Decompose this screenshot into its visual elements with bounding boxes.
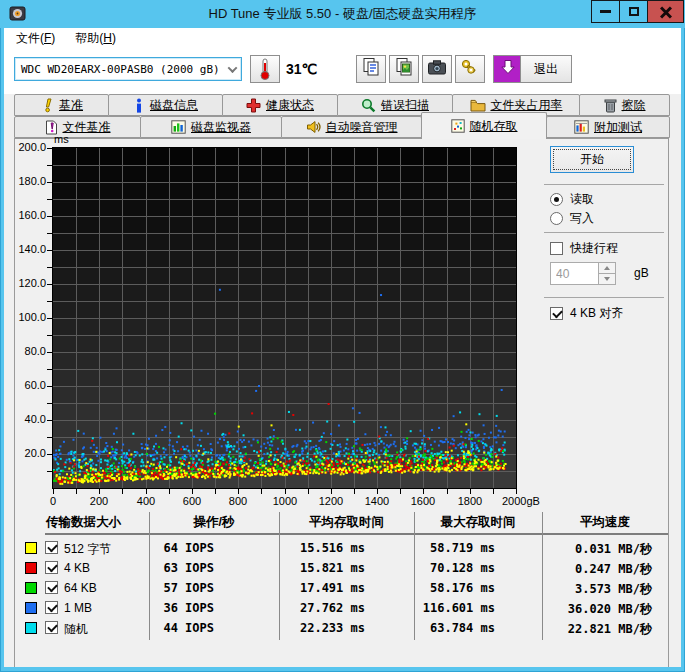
menu-bar: 文件(F)帮助(H) (4, 28, 681, 49)
copy-text-icon (362, 57, 381, 81)
tab-aam[interactable]: 自动噪音管理 (281, 116, 422, 138)
temperature-button[interactable] (250, 55, 280, 83)
tab-label: 随机存取 (470, 118, 518, 135)
cell-max-access: 63.784 ms (365, 621, 495, 635)
tab-benchmark[interactable]: 基准 (14, 94, 109, 116)
screenshot-button[interactable] (422, 55, 452, 83)
y-axis-label: 60.0 (4, 379, 46, 391)
x-axis-label: 0 (33, 495, 73, 507)
column-header-3: 最大存取时间 (414, 514, 542, 530)
tab-extra-tests[interactable]: 附加测试 (546, 116, 670, 138)
align-checkbox-icon[interactable] (550, 307, 563, 320)
window-title: HD Tune 专业版 5.50 - 硬盘/固态硬盘实用程序 (0, 0, 685, 28)
tab-health[interactable]: 健康状态 (222, 94, 338, 116)
x-axis-label: 1600 (403, 495, 443, 507)
cell-iops: 64 IOPS (84, 541, 214, 555)
x-axis-label: 800 (218, 495, 258, 507)
y-axis-label: 40.0 (4, 413, 46, 425)
tab-label: 文件基准 (63, 119, 111, 136)
header-underline (45, 533, 668, 535)
short-stroke-label: 快捷行程 (570, 240, 618, 257)
series-checkbox[interactable] (45, 541, 58, 554)
cell-avg-speed: 22.821 MB/秒 (522, 621, 652, 638)
x-axis-label: 1200 (311, 495, 351, 507)
extra-tests-icon (574, 120, 589, 134)
align-checkbox[interactable]: 4 KB 对齐 (550, 305, 623, 322)
read-radio-icon[interactable] (550, 193, 563, 206)
cell-avg-speed: 0.031 MB/秒 (522, 541, 652, 558)
cell-avg-speed: 36.020 MB/秒 (522, 601, 652, 618)
write-radio-icon[interactable] (550, 212, 563, 225)
series-checkbox[interactable] (45, 601, 58, 614)
short-stroke-checkbox[interactable]: 快捷行程 (550, 240, 618, 257)
spin-down-button[interactable] (599, 273, 615, 284)
read-radio[interactable]: 读取 (550, 191, 594, 208)
short-stroke-size-field[interactable] (550, 262, 616, 285)
chevron-down-icon[interactable] (223, 58, 241, 80)
spinner (598, 263, 615, 284)
minimize-button[interactable] (591, 0, 620, 23)
tab-label: 自动噪音管理 (326, 119, 398, 136)
cell-iops: 63 IOPS (84, 561, 214, 575)
series-color-chip (25, 582, 37, 594)
copy-text-button[interactable] (356, 55, 386, 83)
update-button[interactable] (493, 55, 523, 83)
menu-item-h[interactable]: 帮助(H) (67, 28, 124, 49)
tab-random-access[interactable]: 随机存取 (421, 112, 547, 139)
y-axis-label: 140.0 (4, 243, 46, 255)
x-axis-label: 600 (172, 495, 212, 507)
exit-button[interactable]: 退出 (520, 55, 572, 83)
x-axis-label: 200 (79, 495, 119, 507)
folder-usage-icon (470, 99, 486, 112)
write-radio-label: 写入 (570, 210, 594, 227)
cell-max-access: 58.719 ms (365, 541, 495, 555)
x-axis-tick (516, 489, 517, 494)
cell-iops: 57 IOPS (84, 581, 214, 595)
screenshot-icon (427, 59, 447, 80)
copy-image-icon (395, 57, 414, 81)
keys-button[interactable] (455, 55, 485, 83)
x-axis-label: 400 (126, 495, 166, 507)
tab-label: 磁盘信息 (150, 97, 198, 114)
short-stroke-checkbox-icon[interactable] (550, 242, 563, 255)
toolbar: WDC WD20EARX-00PASB0 (2000 gB) 31℃ 退出 (4, 49, 681, 94)
window-body: 文件(F)帮助(H) WDC WD20EARX-00PASB0 (2000 gB… (4, 28, 681, 667)
cell-avg-access: 17.491 ms (235, 581, 365, 595)
separator (544, 232, 664, 233)
maximize-button[interactable] (619, 0, 648, 23)
cell-avg-access: 22.233 ms (235, 621, 365, 635)
tab-label: 文件夹占用率 (491, 97, 563, 114)
tab-erase[interactable]: 擦除 (579, 94, 670, 116)
short-stroke-size-input[interactable] (551, 263, 598, 284)
benchmark-icon (40, 98, 54, 113)
keys-icon (460, 58, 480, 81)
cell-avg-access: 15.516 ms (235, 541, 365, 555)
write-radio[interactable]: 写入 (550, 210, 594, 227)
cell-avg-access: 15.821 ms (235, 561, 365, 575)
error-scan-icon (361, 98, 376, 113)
start-button[interactable]: 开始 (550, 146, 634, 173)
y-axis-label: 100.0 (4, 311, 46, 323)
close-button[interactable] (647, 0, 684, 23)
tab-disk-monitor[interactable]: 磁盘监视器 (140, 116, 282, 138)
titlebar[interactable]: HD Tune 专业版 5.50 - 硬盘/固态硬盘实用程序 (0, 0, 685, 28)
cell-max-access: 58.176 ms (365, 581, 495, 595)
drive-selector-value: WDC WD20EARX-00PASB0 (2000 gB) (15, 63, 223, 76)
series-checkbox[interactable] (45, 561, 58, 574)
separator (544, 297, 664, 298)
y-axis-label: 180.0 (4, 175, 46, 187)
short-stroke-unit-label: gB (634, 266, 649, 280)
tab-disk-info[interactable]: 磁盘信息 (108, 94, 223, 116)
menu-item-f[interactable]: 文件(F) (8, 28, 63, 49)
series-checkbox[interactable] (45, 621, 58, 634)
health-icon (246, 98, 261, 113)
tab-file-benchmark[interactable]: 文件基准 (14, 116, 141, 138)
minimize-icon (600, 10, 611, 13)
hdtune-window: HD Tune 专业版 5.50 - 硬盘/固态硬盘实用程序 文件(F)帮助(H… (0, 0, 685, 672)
disk-monitor-icon (171, 120, 186, 134)
cell-avg-speed: 0.247 MB/秒 (522, 561, 652, 578)
spin-up-button[interactable] (599, 263, 615, 273)
drive-selector[interactable]: WDC WD20EARX-00PASB0 (2000 gB) (14, 57, 242, 81)
series-checkbox[interactable] (45, 581, 58, 594)
copy-image-button[interactable] (389, 55, 419, 83)
